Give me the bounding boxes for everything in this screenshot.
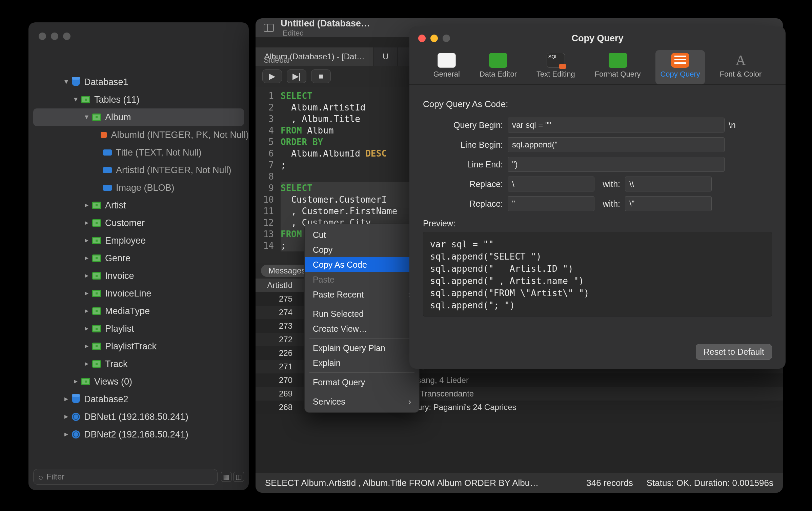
- input-replace1-from[interactable]: [508, 177, 594, 191]
- tree-item[interactable]: Invoice: [28, 267, 249, 285]
- tree-item-label: Employee: [105, 236, 146, 246]
- tree-item-label: Track: [105, 359, 128, 369]
- run-button[interactable]: ▶: [262, 69, 282, 83]
- label-line-begin: Line Begin:: [423, 140, 508, 150]
- filter-input[interactable]: ⌕ Filter: [33, 469, 218, 485]
- tree-item[interactable]: MediaType: [28, 302, 249, 320]
- label-with-2: with:: [594, 199, 625, 209]
- minimize-dot[interactable]: [51, 33, 58, 40]
- pref-tab-copy[interactable]: Copy Query: [655, 50, 705, 84]
- cell-artistid: 270: [256, 375, 303, 385]
- chevron-right-icon: [62, 430, 70, 438]
- tree-item[interactable]: Album: [33, 108, 244, 126]
- tree-item[interactable]: Database1: [28, 73, 249, 91]
- sidebar-toggle-icon[interactable]: [264, 24, 274, 32]
- tree-item[interactable]: Title (TEXT, Not Null): [28, 144, 249, 161]
- menu-item[interactable]: Explain: [305, 355, 419, 370]
- menu-item-label: Explain: [313, 358, 341, 368]
- pref-tab-label: Format Query: [595, 70, 641, 79]
- menu-item[interactable]: Copy: [305, 242, 419, 257]
- menu-item-label: Paste: [313, 275, 334, 285]
- tree-item[interactable]: Track: [28, 355, 249, 373]
- menu-item-label: Copy: [313, 245, 332, 255]
- close-dot[interactable]: [39, 33, 46, 40]
- reset-to-default-button[interactable]: Reset to Default: [696, 344, 772, 360]
- menu-item[interactable]: Services›: [305, 394, 419, 409]
- pref-tab-data[interactable]: Data Editor: [475, 50, 522, 84]
- menu-separator: [309, 372, 414, 373]
- tree-item[interactable]: ArtistId (INTEGER, Not Null): [28, 161, 249, 179]
- database-tree[interactable]: Database1Tables (11)AlbumAlbumId (INTEGE…: [28, 73, 249, 466]
- menu-item[interactable]: Copy As Code: [305, 257, 419, 272]
- primary-key-icon: [101, 132, 107, 138]
- stop-button[interactable]: ■: [311, 69, 331, 83]
- input-replace1-to[interactable]: [625, 177, 712, 191]
- table-icon: [81, 96, 90, 103]
- table-icon: [92, 237, 101, 244]
- tree-item[interactable]: Database2: [28, 390, 249, 408]
- pref-body: Copy Query As Code: Query Begin: \n Line…: [409, 91, 786, 369]
- pref-tab-fmt[interactable]: Format Query: [590, 50, 646, 84]
- table-icon: [92, 360, 101, 368]
- pref-tab-label: Data Editor: [480, 70, 517, 79]
- search-icon: ⌕: [38, 472, 43, 482]
- tree-item[interactable]: InvoiceLine: [28, 285, 249, 302]
- layout-grid-icon[interactable]: ▦: [221, 472, 231, 482]
- layout-list-icon[interactable]: ◫: [234, 472, 244, 482]
- col-artistid[interactable]: ArtistId: [256, 281, 303, 290]
- menu-item[interactable]: Format Query: [305, 375, 419, 390]
- tree-item[interactable]: Genre: [28, 249, 249, 267]
- menu-item[interactable]: Run Selected: [305, 306, 419, 321]
- chevron-right-icon: [83, 324, 90, 333]
- tree-item[interactable]: DBNet2 (192.168.50.241): [28, 426, 249, 443]
- status-bar: SELECT Album.ArtistId , Album.Title FROM…: [256, 473, 783, 493]
- font-icon: A: [732, 53, 750, 68]
- chevron-right-icon: [83, 218, 90, 227]
- table-icon: [92, 272, 101, 280]
- status-query: SELECT Album.ArtistId , Album.Title FROM…: [265, 478, 539, 488]
- tree-item[interactable]: Artist: [28, 197, 249, 214]
- text-icon: [547, 53, 565, 68]
- chevron-right-icon: [83, 201, 90, 209]
- tree-item[interactable]: Playlist: [28, 320, 249, 338]
- menu-item: Paste: [305, 272, 419, 287]
- tree-item[interactable]: DBNet1 (192.168.50.241): [28, 408, 249, 426]
- label-replace-1: Replace:: [423, 179, 508, 189]
- tree-item[interactable]: Views (0): [28, 373, 249, 390]
- input-query-begin[interactable]: [508, 118, 725, 132]
- tree-item[interactable]: AlbumId (INTEGER, PK, Not Null): [28, 126, 249, 144]
- chevron-down-icon: [72, 95, 79, 104]
- chevron-right-icon: [83, 359, 90, 368]
- pref-tabstrip: GeneralData EditorText EditingFormat Que…: [409, 47, 786, 85]
- editor-context-menu[interactable]: CutCopyCopy As CodePastePaste Recent›Run…: [304, 224, 420, 413]
- tree-item[interactable]: Tables (11): [28, 91, 249, 108]
- tree-item[interactable]: Customer: [28, 214, 249, 232]
- data-icon: [489, 53, 507, 68]
- menu-item[interactable]: Create View…: [305, 321, 419, 336]
- pref-tab-font[interactable]: AFont & Color: [715, 50, 767, 84]
- tab-2[interactable]: U: [374, 47, 398, 66]
- step-button[interactable]: ▶|: [287, 69, 306, 83]
- input-replace2-from[interactable]: [508, 196, 594, 211]
- input-line-begin[interactable]: [508, 137, 725, 152]
- pref-tab-text[interactable]: Text Editing: [532, 50, 580, 84]
- label-with-1: with:: [594, 179, 625, 189]
- pref-tab-general[interactable]: General: [429, 50, 465, 84]
- label-preview: Preview:: [423, 219, 772, 228]
- tree-item[interactable]: PlaylistTrack: [28, 338, 249, 355]
- tree-item[interactable]: Employee: [28, 232, 249, 249]
- preferences-dialog: Copy Query GeneralData EditorText Editin…: [409, 26, 786, 369]
- tree-item-label: Artist: [105, 200, 126, 211]
- chevron-right-icon: [83, 271, 90, 280]
- table-icon: [92, 343, 101, 350]
- menu-item[interactable]: Explain Query Plan: [305, 341, 419, 355]
- menu-item[interactable]: Cut: [305, 227, 419, 242]
- menu-item[interactable]: Paste Recent›: [305, 287, 419, 302]
- cell-artistid: 271: [256, 362, 303, 371]
- menu-item-label: Cut: [313, 230, 326, 240]
- input-line-end[interactable]: [508, 157, 725, 172]
- tree-item-label: PlaylistTrack: [105, 341, 157, 352]
- zoom-dot[interactable]: [63, 33, 70, 40]
- input-replace2-to[interactable]: [625, 196, 712, 211]
- tree-item[interactable]: Image (BLOB): [28, 179, 249, 197]
